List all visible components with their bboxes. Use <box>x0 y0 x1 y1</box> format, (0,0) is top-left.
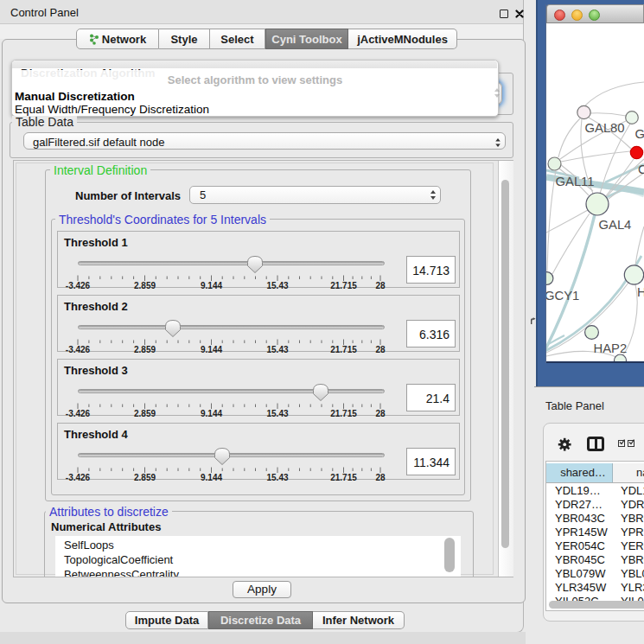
svg-text:GAL80: GAL80 <box>585 121 625 135</box>
svg-text:H: H <box>637 285 644 299</box>
svg-text:GCY1: GCY1 <box>546 289 579 303</box>
svg-text:C: C <box>638 163 644 176</box>
svg-text:HAP2: HAP2 <box>594 341 628 355</box>
svg-text:GAL11: GAL11 <box>556 175 595 188</box>
svg-text:GAL4: GAL4 <box>599 218 632 232</box>
svg-text:GA: GA <box>635 127 644 141</box>
